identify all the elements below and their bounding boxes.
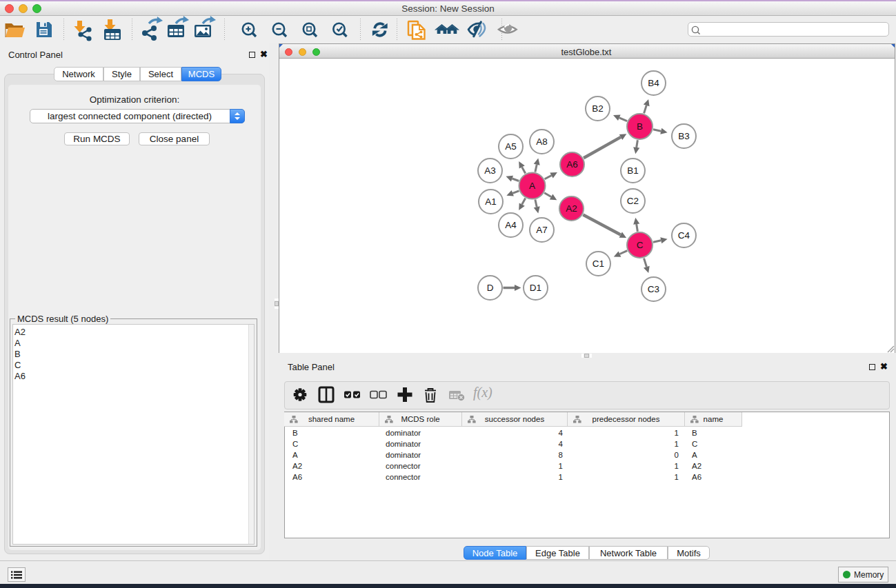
svg-text:C1: C1 <box>592 258 604 269</box>
svg-text:B3: B3 <box>678 131 690 141</box>
svg-text:A2: A2 <box>566 203 577 214</box>
svg-text:C3: C3 <box>647 284 659 294</box>
svg-text:A3: A3 <box>484 165 496 176</box>
svg-text:C4: C4 <box>677 230 690 241</box>
svg-text:A4: A4 <box>505 220 517 230</box>
svg-text:A8: A8 <box>536 136 548 147</box>
svg-text:B4: B4 <box>648 78 659 88</box>
svg-text:A6: A6 <box>566 159 578 170</box>
svg-text:B2: B2 <box>592 103 604 114</box>
svg-text:D: D <box>486 283 493 293</box>
svg-text:A: A <box>528 181 535 191</box>
svg-text:A1: A1 <box>485 196 497 207</box>
svg-text:B1: B1 <box>627 165 639 176</box>
svg-text:D1: D1 <box>529 283 541 293</box>
svg-text:B: B <box>636 121 642 132</box>
svg-text:A5: A5 <box>505 141 517 152</box>
svg-text:C2: C2 <box>626 196 638 206</box>
svg-text:C: C <box>636 240 643 250</box>
svg-text:A7: A7 <box>536 225 548 235</box>
